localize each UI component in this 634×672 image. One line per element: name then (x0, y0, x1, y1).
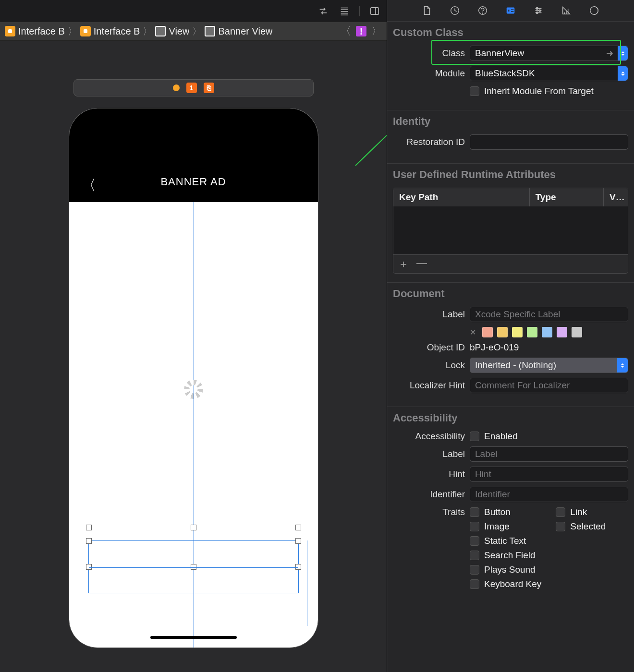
remove-row-button[interactable]: — (416, 257, 427, 271)
panel-icon[interactable] (368, 5, 381, 17)
breadcrumb-label: Banner View (218, 26, 272, 37)
history-inspector-tab[interactable] (449, 4, 461, 17)
nav-forward-icon[interactable]: 〉 (371, 24, 382, 38)
svg-line-1 (355, 91, 387, 166)
color-swatch[interactable] (542, 327, 552, 337)
column-header[interactable]: Type (530, 188, 604, 206)
chevron-right-icon: 〉 (192, 25, 202, 38)
trait-label: Selected (570, 521, 606, 532)
breadcrumb-item[interactable]: View (155, 26, 189, 37)
module-field[interactable] (470, 66, 628, 81)
trait-label: Link (570, 507, 587, 517)
color-swatch[interactable] (572, 327, 582, 337)
section-title: Accessibility (393, 412, 628, 424)
attributes-inspector-tab[interactable] (532, 4, 545, 17)
warning-icon[interactable]: ! (356, 26, 366, 36)
help-inspector-tab[interactable] (476, 4, 489, 17)
breadcrumb-item[interactable]: Interface B (5, 26, 65, 37)
jump-to-class-icon[interactable]: ➜ (606, 48, 613, 59)
trait-checkbox[interactable] (470, 536, 479, 546)
scene-badge: 1 (186, 83, 197, 93)
activity-indicator-icon (184, 380, 203, 399)
selection-handle[interactable] (86, 564, 92, 570)
trait-checkbox[interactable] (556, 507, 565, 517)
a11y-identifier-field[interactable] (470, 487, 628, 502)
a11y-label: Accessibility (393, 431, 465, 442)
nav-back-icon[interactable]: 〈 (341, 24, 351, 38)
column-header[interactable]: V… (604, 188, 628, 206)
selection-handle[interactable] (295, 564, 301, 570)
color-swatch[interactable] (512, 327, 523, 337)
restoration-id-field[interactable] (470, 134, 628, 150)
clear-color-icon[interactable]: ✕ (470, 328, 476, 337)
arrows-icon[interactable] (317, 5, 329, 17)
trait-label: Image (484, 521, 510, 532)
connections-inspector-tab[interactable] (588, 4, 600, 17)
object-id-value: bPJ-eO-019 (470, 342, 519, 353)
breadcrumb-item[interactable]: Banner View (205, 26, 272, 37)
class-field[interactable]: ➜ (470, 46, 628, 61)
selection-handle[interactable] (295, 525, 301, 530)
column-header[interactable]: Key Path (393, 188, 530, 206)
inherit-module-checkbox[interactable] (470, 86, 479, 96)
color-swatch[interactable] (557, 327, 567, 337)
doc-label-input[interactable] (475, 309, 623, 320)
identity-inspector-tab[interactable] (504, 4, 517, 17)
selection-handle[interactable] (86, 525, 92, 530)
phone-preview[interactable]: 〈 BANNER AD (69, 108, 318, 648)
dropdown-icon[interactable] (618, 46, 628, 60)
a11y-hint-field[interactable] (470, 467, 628, 482)
section-custom-class: Custom Class Class ➜ Module Inherit Modu… (387, 22, 634, 110)
class-label: Class (393, 48, 465, 59)
trait-checkbox[interactable] (470, 507, 479, 517)
trait-checkbox[interactable] (470, 551, 479, 560)
runtime-attrs-table[interactable]: Key Path Type V… ＋ — (393, 188, 628, 274)
canvas[interactable]: 1 ⎘ 〈 BANNER AD (0, 41, 387, 672)
storyboard-icon (5, 26, 15, 36)
svg-rect-0 (371, 7, 379, 14)
doc-label-field[interactable] (470, 307, 628, 322)
scene-toolbar[interactable]: 1 ⎘ (73, 79, 314, 96)
breadcrumb-item[interactable]: Interface B (80, 26, 140, 37)
chevron-right-icon: 〉 (68, 25, 77, 38)
constraint-guide (307, 540, 307, 626)
lock-select[interactable]: Inherited - (Nothing) (470, 358, 628, 373)
table-body[interactable] (393, 206, 628, 254)
inspector-tabs (387, 0, 634, 22)
a11y-label-input[interactable] (475, 449, 623, 459)
dropdown-icon[interactable] (618, 66, 628, 81)
lines-icon[interactable] (338, 5, 351, 17)
restoration-id-input[interactable] (475, 137, 623, 147)
trait-checkbox[interactable] (556, 522, 565, 531)
module-input[interactable] (475, 68, 618, 79)
color-swatch[interactable] (497, 327, 508, 337)
localizer-hint-field[interactable] (470, 378, 628, 393)
color-swatch[interactable] (482, 327, 493, 337)
dropdown-icon[interactable] (617, 358, 628, 372)
class-input[interactable] (475, 48, 618, 59)
size-inspector-tab[interactable] (560, 4, 573, 17)
a11y-hint-label: Hint (393, 469, 465, 480)
localizer-hint-input[interactable] (475, 380, 623, 391)
add-row-button[interactable]: ＋ (398, 257, 409, 271)
a11y-hint-input[interactable] (475, 469, 623, 480)
a11y-identifier-input[interactable] (475, 489, 623, 500)
a11y-label-field[interactable] (470, 446, 628, 462)
selection-handle[interactable] (295, 538, 301, 544)
selection-handle[interactable] (86, 538, 92, 544)
trait-checkbox[interactable] (470, 579, 479, 589)
a11y-enabled-checkbox[interactable] (470, 432, 479, 441)
selection-handle[interactable] (191, 525, 196, 530)
trait-checkbox[interactable] (470, 522, 479, 531)
file-inspector-tab[interactable] (421, 4, 433, 17)
selected-view-outline[interactable] (88, 540, 299, 593)
trait-checkbox[interactable] (470, 565, 479, 575)
view-icon (205, 26, 215, 36)
editor-topbar (0, 0, 387, 22)
traits-group: Button Image Static Text Search Field Pl… (470, 507, 606, 589)
scene-dot-icon (173, 84, 180, 91)
a11y-label-label: Label (393, 449, 465, 459)
trait-label: Search Field (484, 550, 536, 561)
selection-handle[interactable] (191, 564, 196, 570)
color-swatch[interactable] (527, 327, 537, 337)
